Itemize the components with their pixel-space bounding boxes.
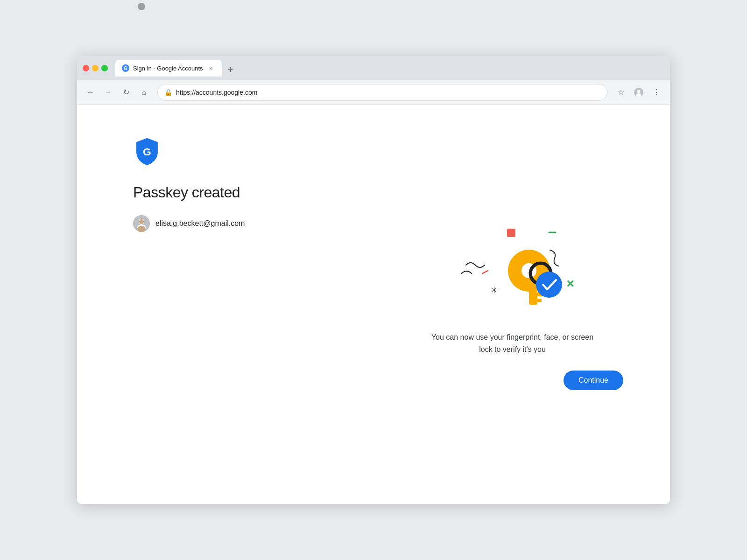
close-window-button[interactable]: [83, 65, 89, 71]
page-inner: G Passkey created elisa.: [77, 105, 670, 504]
svg-point-20: [536, 272, 562, 298]
address-bar[interactable]: 🔒 https://accounts.google.com: [157, 84, 607, 101]
reload-button[interactable]: ↻: [118, 84, 134, 100]
profile-button[interactable]: [631, 84, 647, 100]
new-tab-button[interactable]: +: [224, 63, 238, 77]
bookmark-button[interactable]: ☆: [613, 84, 629, 100]
description-text: You can now use your fingerprint, face, …: [424, 331, 601, 355]
home-button[interactable]: ⌂: [136, 84, 152, 100]
minimize-window-button[interactable]: [92, 65, 99, 71]
svg-line-13: [482, 271, 488, 273]
right-section: ✕ ✳ You can now use your fingerprint, fa…: [392, 133, 633, 476]
tab-favicon: G: [122, 64, 129, 72]
maximize-window-button[interactable]: [101, 65, 108, 71]
user-email: elisa.g.beckett@gmail.com: [155, 219, 245, 228]
browser-window: G Sign in - Google Accounts × + ← → ↻ ⌂ …: [77, 56, 670, 504]
google-shield-logo: G: [133, 137, 161, 165]
forward-button[interactable]: →: [100, 84, 116, 100]
svg-text:✳: ✳: [491, 286, 498, 295]
page-content: G Passkey created elisa.: [77, 105, 670, 504]
continue-button[interactable]: Continue: [564, 371, 623, 390]
left-section: G Passkey created elisa.: [133, 133, 374, 476]
url-text: https://accounts.google.com: [176, 89, 600, 96]
nav-bar: ← → ↻ ⌂ 🔒 https://accounts.google.com ☆ …: [77, 80, 670, 105]
user-row: elisa.g.beckett@gmail.com: [133, 215, 374, 232]
svg-rect-18: [537, 299, 542, 302]
key-illustration: ✕ ✳: [438, 218, 587, 312]
title-bar: G Sign in - Google Accounts × +: [77, 56, 670, 80]
back-button[interactable]: ←: [83, 84, 99, 100]
page-heading: Passkey created: [133, 184, 374, 201]
active-tab[interactable]: G Sign in - Google Accounts ×: [115, 60, 222, 77]
user-avatar: [133, 215, 150, 232]
svg-point-3: [637, 90, 641, 93]
svg-text:✕: ✕: [566, 278, 574, 290]
svg-point-9: [139, 219, 144, 224]
lock-icon: 🔒: [164, 89, 172, 96]
svg-text:G: G: [143, 146, 151, 158]
menu-button[interactable]: ⋮: [648, 84, 664, 100]
tab-close-button[interactable]: ×: [207, 64, 215, 72]
tab-title: Sign in - Google Accounts: [133, 65, 203, 72]
nav-right-actions: ☆ ⋮: [613, 84, 664, 100]
traffic-lights: [83, 65, 108, 71]
tab-bar: G Sign in - Google Accounts × +: [115, 60, 664, 77]
svg-rect-11: [507, 229, 515, 237]
profile-icon: [634, 88, 643, 97]
svg-point-4: [636, 93, 641, 97]
svg-text:G: G: [124, 66, 127, 71]
